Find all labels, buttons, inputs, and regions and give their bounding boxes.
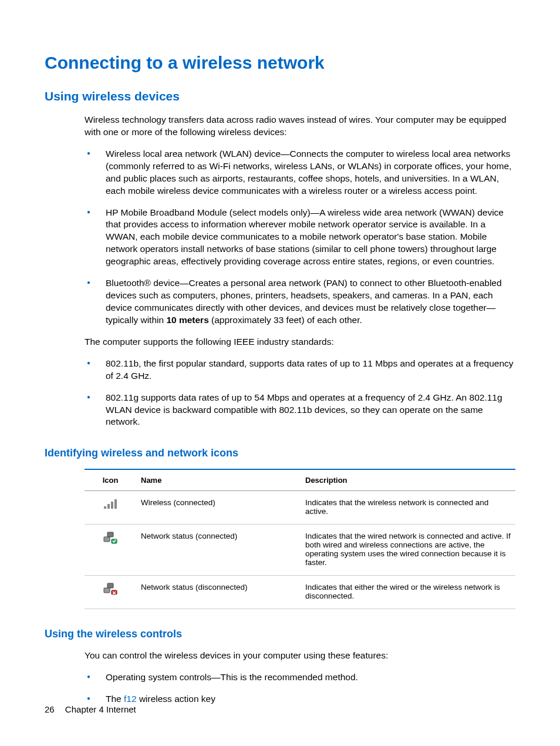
key-label: f12 [124,694,137,704]
page-footer: 26 Chapter 4 Internet [45,704,136,714]
svg-rect-3 [114,499,117,509]
controls-paragraph: You can control the wireless devices in … [85,650,515,662]
section-using-wireless-devices: Using wireless devices [45,89,515,103]
list-item: The f12 wireless action key [85,693,515,705]
intro-paragraph: Wireless technology transfers data acros… [85,114,515,139]
text: (approximately 33 feet) of each other. [209,315,362,325]
list-item: 802.11b, the first popular standard, sup… [85,358,515,382]
list-item: Bluetooth® device—Creates a personal are… [85,277,515,327]
svg-rect-7 [107,583,113,588]
svg-rect-8 [104,588,110,593]
section-using-wireless-controls: Using the wireless controls [45,628,515,640]
cell-name: Wireless (connected) [136,491,301,525]
svg-rect-2 [111,502,113,509]
text: wireless action key [137,694,215,704]
svg-rect-4 [107,532,113,537]
list-item: Operating system controls—This is the re… [85,671,515,684]
svg-rect-0 [104,506,106,509]
cell-desc: Indicates that the wired network is conn… [301,525,515,576]
standards-list: 802.11b, the first popular standard, sup… [85,358,515,429]
list-item: Wireless local area network (WLAN) devic… [85,148,515,197]
cell-name: Network status (disconnected) [136,576,301,609]
table-row: Network status (disconnected) Indicates … [85,576,515,609]
svg-rect-1 [107,504,110,509]
wireless-signal-icon [102,498,119,512]
page-number: 26 [45,704,55,714]
table-row: Wireless (connected) Indicates that the … [85,491,515,525]
list-item: HP Mobile Broadband Module (select model… [85,207,515,268]
text-bold: 10 meters [166,315,208,325]
text: The [106,694,124,704]
standards-paragraph: The computer supports the following IEEE… [85,336,515,348]
cell-desc: Indicates that the wireless network is c… [301,491,515,525]
svg-rect-9 [112,590,117,594]
table-row: Network status (connected) Indicates tha… [85,525,515,576]
cell-desc: Indicates that either the wired or the w… [301,576,515,609]
page-title: Connecting to a wireless network [45,53,515,73]
svg-rect-5 [104,537,110,542]
controls-list: Operating system controls—This is the re… [85,671,515,705]
network-disconnected-icon [102,583,119,597]
th-name: Name [136,469,301,491]
list-item: 802.11g supports data rates of up to 54 … [85,392,515,429]
network-connected-icon [102,532,119,546]
device-list: Wireless local area network (WLAN) devic… [85,148,515,327]
th-desc: Description [301,469,515,491]
section-identifying-icons: Identifying wireless and network icons [45,447,515,459]
th-icon: Icon [85,469,136,491]
cell-name: Network status (connected) [136,525,301,576]
chapter-label: Chapter 4 Internet [65,704,136,714]
icons-table: Icon Name Description Wire [85,469,515,609]
